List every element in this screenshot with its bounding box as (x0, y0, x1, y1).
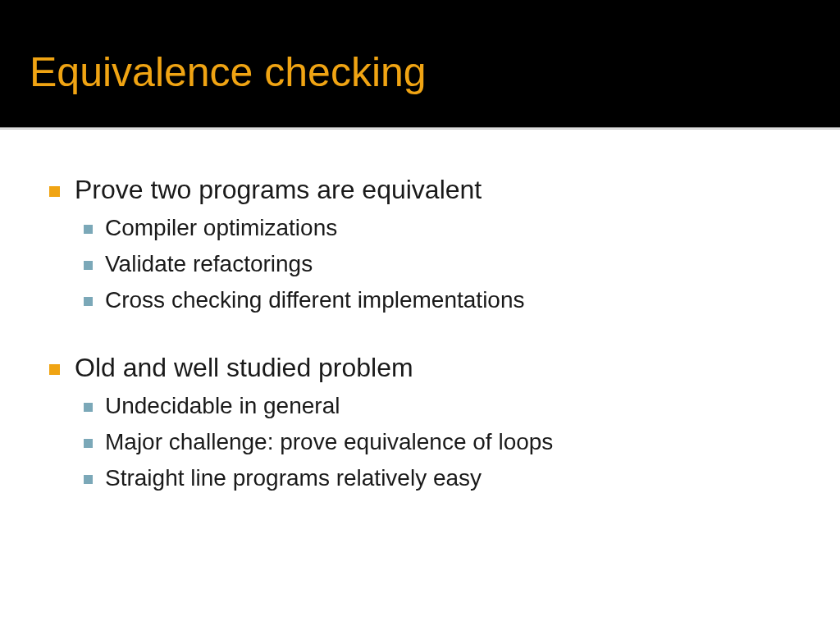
bullet-text: Prove two programs are equivalent (75, 175, 482, 205)
bullet-level2: Compiler optimizations (84, 215, 791, 241)
bullet-text: Old and well studied problem (75, 353, 413, 383)
square-bullet-icon (84, 225, 93, 234)
bullet-level1: Old and well studied problem (49, 353, 791, 383)
bullet-level2: Undecidable in general (84, 393, 791, 419)
bullet-text: Cross checking different implementations (105, 287, 525, 313)
square-bullet-icon (84, 261, 93, 270)
spacer (49, 323, 791, 353)
square-bullet-icon (84, 475, 93, 484)
bullet-level2: Validate refactorings (84, 251, 791, 277)
slide-title-bar: Equivalence checking (0, 0, 840, 127)
square-bullet-icon (49, 364, 60, 375)
bullet-text: Compiler optimizations (105, 215, 337, 241)
square-bullet-icon (84, 403, 93, 412)
bullet-level2: Cross checking different implementations (84, 287, 791, 313)
bullet-text: Undecidable in general (105, 393, 340, 419)
slide-content: Prove two programs are equivalent Compil… (0, 130, 840, 534)
bullet-level1: Prove two programs are equivalent (49, 175, 791, 205)
bullet-level2: Major challenge: prove equivalence of lo… (84, 429, 791, 455)
square-bullet-icon (84, 297, 93, 306)
bullet-text: Straight line programs relatively easy (105, 465, 482, 491)
square-bullet-icon (84, 439, 93, 448)
bullet-text: Major challenge: prove equivalence of lo… (105, 429, 553, 455)
bullet-level2: Straight line programs relatively easy (84, 465, 791, 491)
bullet-text: Validate refactorings (105, 251, 313, 277)
square-bullet-icon (49, 186, 60, 197)
slide-title: Equivalence checking (30, 48, 427, 96)
